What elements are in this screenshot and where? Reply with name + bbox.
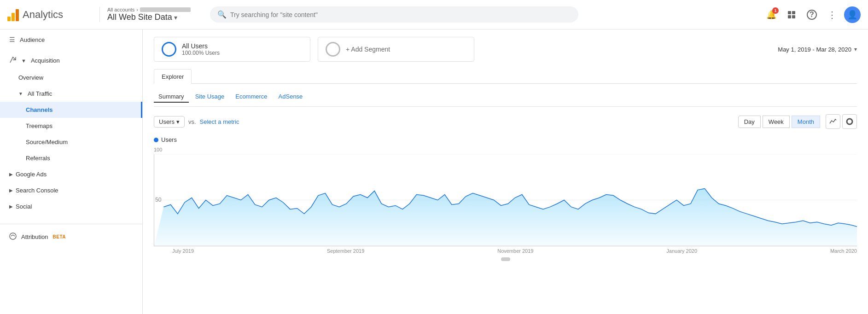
explorer-tab-bar: Explorer <box>154 69 857 84</box>
sidebar-item-audience[interactable]: ☰ Audience <box>0 31 142 48</box>
scrollbar-hint <box>154 254 857 264</box>
sidebar-item-social[interactable]: ▶ Social <box>0 198 142 215</box>
sidebar-channels-label: Channels <box>26 106 53 113</box>
all-accounts-text: All accounts <box>107 7 134 12</box>
metric-dropdown-chevron: ▾ <box>176 118 180 125</box>
sidebar-item-attribution[interactable]: Attribution BETA <box>0 228 142 246</box>
property-name: All Web Site Data <box>107 12 172 22</box>
sidebar-search-console-label: Search Console <box>16 187 58 194</box>
sidebar-section-acquisition: ▼ Acquisition Overview ▼ All Traffic Cha… <box>0 50 142 216</box>
svg-rect-2 <box>788 15 791 18</box>
property-selector[interactable]: All Web Site Data ▾ <box>107 12 193 22</box>
sub-tab-bar: Summary Site Usage Ecommerce AdSense <box>154 91 857 107</box>
add-segment-button[interactable]: + Add Segment <box>318 37 474 62</box>
search-input-wrapper[interactable]: 🔍 <box>210 6 578 23</box>
app-title: Analytics <box>23 9 63 21</box>
sidebar-item-acquisition[interactable]: ▼ Acquisition <box>0 52 142 70</box>
sidebar-item-search-console[interactable]: ▶ Search Console <box>0 182 142 198</box>
sub-tab-site-usage[interactable]: Site Usage <box>191 91 229 103</box>
account-chevron: › <box>136 7 138 12</box>
segment-info: All Users 100.00% Users <box>182 42 220 56</box>
period-week-button[interactable]: Week <box>763 116 790 128</box>
sidebar-overview-label: Overview <box>18 74 43 81</box>
date-range-selector[interactable]: May 1, 2019 - Mar 28, 2020 ▾ <box>778 46 857 53</box>
all-users-segment[interactable]: All Users 100.00% Users <box>154 37 310 62</box>
sidebar-item-google-ads[interactable]: ▶ Google Ads <box>0 166 142 182</box>
explorer-tab[interactable]: Explorer <box>154 69 192 84</box>
scrollbar-hint-icon <box>501 257 510 261</box>
chart-y-max: 100 <box>154 147 857 152</box>
sidebar-audience-label: Audience <box>20 36 45 43</box>
sidebar-item-source-medium[interactable]: Source/Medium <box>0 134 142 150</box>
svg-text:50: 50 <box>155 197 162 204</box>
sidebar-item-referrals[interactable]: Referrals <box>0 150 142 166</box>
social-arrow: ▶ <box>9 204 13 209</box>
main-layout: ☰ Audience ▼ Acquisition Overview ▼ All … <box>0 29 868 314</box>
sidebar-bottom: Attribution BETA <box>0 224 142 246</box>
svg-marker-11 <box>154 189 857 246</box>
account-all-label[interactable]: All accounts › <box>107 7 193 12</box>
svg-point-4 <box>10 233 16 239</box>
sidebar-social-label: Social <box>16 203 32 210</box>
period-day-button[interactable]: Day <box>738 116 761 128</box>
sub-tab-summary[interactable]: Summary <box>154 91 189 103</box>
app-header: Analytics All accounts › All Web Site Da… <box>0 0 868 29</box>
grid-icon <box>787 10 796 19</box>
legend-dot <box>154 138 158 142</box>
more-icon: ⋮ <box>827 9 837 20</box>
sidebar-all-traffic-label: All Traffic <box>28 90 52 97</box>
segment-pct: 100.00% Users <box>182 50 220 56</box>
sidebar-item-treemaps[interactable]: Treemaps <box>0 118 142 134</box>
header-actions: 🔔 1 ? ⋮ 👤 <box>763 6 861 23</box>
metric-dropdown[interactable]: Users ▾ <box>154 116 185 128</box>
segment-circle-blue <box>162 42 176 57</box>
sub-tab-adsense[interactable]: AdSense <box>274 91 308 103</box>
sidebar-item-channels[interactable]: Channels <box>0 102 142 118</box>
beta-badge: BETA <box>53 234 66 239</box>
vs-text: vs. <box>188 118 196 125</box>
notifications-button[interactable]: 🔔 1 <box>763 6 780 23</box>
google-ads-arrow: ▶ <box>9 172 13 177</box>
sub-tab-ecommerce[interactable]: Ecommerce <box>231 91 272 103</box>
sidebar-acquisition-label: Acquisition <box>31 57 60 64</box>
main-content: All Users 100.00% Users + Add Segment Ma… <box>143 29 868 314</box>
acquisition-arrow: ▼ <box>21 58 26 64</box>
chart-controls: Users ▾ vs. Select a metric Day Week Mon… <box>154 114 857 129</box>
help-button[interactable]: ? <box>804 6 820 23</box>
search-input[interactable] <box>230 11 571 18</box>
date-range-text: May 1, 2019 - Mar 28, 2020 <box>778 46 851 53</box>
select-metric-link[interactable]: Select a metric <box>200 118 239 125</box>
sidebar-item-overview[interactable]: Overview <box>0 70 142 86</box>
sidebar-attribution-label: Attribution <box>21 233 48 240</box>
line-chart-icon <box>829 118 837 125</box>
svg-rect-1 <box>792 11 795 14</box>
search-bar: 🔍 <box>210 6 578 23</box>
sidebar-item-all-traffic[interactable]: ▼ All Traffic <box>0 86 142 102</box>
date-range-chevron: ▾ <box>854 46 857 52</box>
search-icon: 🔍 <box>217 10 227 19</box>
line-chart-button[interactable] <box>826 114 840 129</box>
sidebar-treemaps-label: Treemaps <box>26 122 52 129</box>
segment-bar: All Users 100.00% Users + Add Segment Ma… <box>154 37 857 62</box>
donut-chart-button[interactable] <box>842 114 857 129</box>
more-button[interactable]: ⋮ <box>824 6 840 23</box>
x-label-july: July 2019 <box>172 248 194 254</box>
apps-button[interactable] <box>783 6 800 23</box>
logo-icon <box>7 8 19 21</box>
svg-rect-3 <box>792 15 795 18</box>
segment-left: All Users 100.00% Users + Add Segment <box>154 37 474 62</box>
acquisition-icon <box>9 56 17 65</box>
sidebar: ☰ Audience ▼ Acquisition Overview ▼ All … <box>0 29 143 314</box>
property-dropdown-icon: ▾ <box>174 14 177 21</box>
legend-label: Users <box>161 136 177 143</box>
account-area: All accounts › All Web Site Data ▾ <box>99 7 201 22</box>
sidebar-source-medium-label: Source/Medium <box>26 139 68 145</box>
sidebar-referrals-label: Referrals <box>26 155 50 162</box>
user-avatar-button[interactable]: 👤 <box>844 6 861 23</box>
segment-name: All Users <box>182 42 220 50</box>
donut-chart-icon <box>846 118 853 125</box>
svg-rect-0 <box>788 11 791 14</box>
chart-svg-wrapper: 50 July 2019 September 2019 <box>154 154 857 254</box>
period-month-button[interactable]: Month <box>792 116 820 128</box>
x-label-nov: November 2019 <box>497 248 533 254</box>
